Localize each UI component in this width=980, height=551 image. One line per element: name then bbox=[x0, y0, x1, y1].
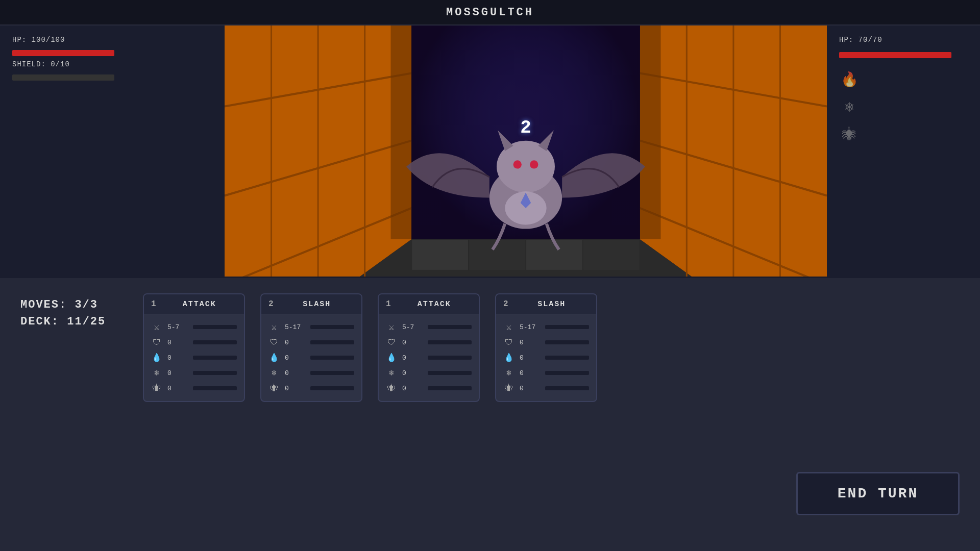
dungeon-viewport: 2 bbox=[225, 26, 827, 277]
battle-area: HP: 100/100 SHIELD: 0/10 bbox=[0, 26, 980, 277]
card-damage-row-1: ⚔ 5-17 bbox=[268, 321, 354, 333]
ice-icon: ❄ bbox=[839, 97, 860, 117]
card-number-0: 1 bbox=[151, 299, 156, 309]
card-ice-row-1: ❄ 0 bbox=[268, 367, 354, 379]
enemy-hp-bar bbox=[839, 52, 951, 58]
card-ice-bar-3 bbox=[545, 371, 589, 375]
card-shield-1: 0 bbox=[285, 339, 305, 346]
card-3[interactable]: 2 SLASH ⚔ 5-17 🛡 0 💧 0 bbox=[495, 293, 597, 402]
card-damage-bar-2 bbox=[428, 325, 472, 329]
card-header-3: 2 SLASH bbox=[496, 294, 596, 314]
card-fire-1: 0 bbox=[285, 354, 305, 362]
card-poison-bar-0 bbox=[193, 386, 237, 390]
svg-marker-20 bbox=[391, 26, 412, 239]
shield-icon-1: 🛡 bbox=[268, 337, 280, 348]
fire-icon-2: 💧 bbox=[386, 352, 397, 363]
card-ice-row-0: ❄ 0 bbox=[151, 367, 237, 379]
card-poison-1: 0 bbox=[285, 385, 305, 392]
sword-icon-3: ⚔ bbox=[503, 321, 514, 333]
svg-point-36 bbox=[513, 160, 522, 168]
card-shield-row-1: 🛡 0 bbox=[268, 337, 354, 348]
card-header-2: 1 ATTACK bbox=[379, 294, 479, 314]
spider-icon-0: 🕷 bbox=[151, 383, 162, 394]
card-shield-bar-3 bbox=[545, 340, 589, 344]
ice-icon-2: ❄ bbox=[386, 367, 397, 379]
card-title-1: SLASH bbox=[280, 300, 354, 309]
fire-icon: 🔥 bbox=[839, 69, 860, 90]
card-poison-3: 0 bbox=[520, 385, 540, 392]
end-turn-button[interactable]: END TURN bbox=[796, 472, 960, 515]
player-panel: HP: 100/100 SHIELD: 0/10 bbox=[0, 26, 225, 277]
card-ice-0: 0 bbox=[167, 369, 188, 377]
card-damage-1: 5-17 bbox=[285, 323, 305, 331]
spider-icon-2: 🕷 bbox=[386, 383, 397, 394]
card-shield-2: 0 bbox=[402, 339, 423, 346]
card-fire-bar-0 bbox=[193, 356, 237, 360]
card-fire-bar-3 bbox=[545, 356, 589, 360]
player-hp-label: HP: 100/100 bbox=[12, 36, 212, 44]
card-2[interactable]: 1 ATTACK ⚔ 5-7 🛡 0 💧 0 bbox=[378, 293, 480, 402]
card-shield-3: 0 bbox=[520, 339, 540, 346]
bottom-panel: MOVES: 3/3 DECK: 11/25 1 ATTACK ⚔ 5-7 🛡 … bbox=[0, 277, 980, 551]
card-ice-row-2: ❄ 0 bbox=[386, 367, 472, 379]
card-number-2: 1 bbox=[386, 299, 391, 309]
spider-icon-1: 🕷 bbox=[268, 383, 280, 394]
fire-icon-1: 💧 bbox=[268, 352, 280, 363]
player-shield-bar bbox=[12, 74, 114, 81]
spider-icon: 🕷 bbox=[839, 124, 860, 145]
card-1[interactable]: 2 SLASH ⚔ 5-17 🛡 0 💧 0 bbox=[260, 293, 362, 402]
cards-container: 1 ATTACK ⚔ 5-7 🛡 0 💧 0 bbox=[143, 293, 776, 402]
card-number-1: 2 bbox=[268, 299, 274, 309]
card-shield-bar-2 bbox=[428, 340, 472, 344]
card-damage-bar-0 bbox=[193, 325, 237, 329]
svg-marker-29 bbox=[640, 26, 661, 239]
card-fire-row-3: 💧 0 bbox=[503, 352, 589, 363]
enemy-hp-fill bbox=[839, 52, 951, 58]
ice-icon-3: ❄ bbox=[503, 367, 514, 379]
shield-icon-0: 🛡 bbox=[151, 337, 162, 348]
card-fire-row-2: 💧 0 bbox=[386, 352, 472, 363]
player-shield-label: SHIELD: 0/10 bbox=[12, 60, 212, 68]
fire-icon-0: 💧 bbox=[151, 352, 162, 363]
card-fire-bar-2 bbox=[428, 356, 472, 360]
card-shield-bar-1 bbox=[310, 340, 354, 344]
card-body-3: ⚔ 5-17 🛡 0 💧 0 ❄ 0 bbox=[496, 314, 596, 401]
card-ice-bar-0 bbox=[193, 371, 237, 375]
card-title-0: ATTACK bbox=[162, 300, 237, 309]
svg-point-37 bbox=[530, 160, 538, 168]
card-shield-row-3: 🛡 0 bbox=[503, 337, 589, 348]
card-shield-row-2: 🛡 0 bbox=[386, 337, 472, 348]
card-poison-row-1: 🕷 0 bbox=[268, 383, 354, 394]
enemy-panel: HP: 70/70 🔥 ❄ 🕷 bbox=[827, 26, 980, 277]
card-body-2: ⚔ 5-7 🛡 0 💧 0 ❄ 0 bbox=[379, 314, 479, 401]
card-ice-bar-2 bbox=[428, 371, 472, 375]
card-fire-3: 0 bbox=[520, 354, 540, 362]
card-poison-2: 0 bbox=[402, 385, 423, 392]
player-hp-fill bbox=[12, 50, 114, 56]
sword-icon-2: ⚔ bbox=[386, 321, 397, 333]
card-body-0: ⚔ 5-7 🛡 0 💧 0 ❄ 0 bbox=[144, 314, 244, 401]
fire-icon-3: 💧 bbox=[503, 352, 514, 363]
card-damage-bar-1 bbox=[310, 325, 354, 329]
card-damage-row-3: ⚔ 5-17 bbox=[503, 321, 589, 333]
card-poison-bar-1 bbox=[310, 386, 354, 390]
card-ice-row-3: ❄ 0 bbox=[503, 367, 589, 379]
card-damage-3: 5-17 bbox=[520, 323, 540, 331]
card-fire-row-0: 💧 0 bbox=[151, 352, 237, 363]
card-damage-2: 5-7 bbox=[402, 323, 423, 331]
sword-icon-0: ⚔ bbox=[151, 321, 162, 333]
card-0[interactable]: 1 ATTACK ⚔ 5-7 🛡 0 💧 0 bbox=[143, 293, 245, 402]
card-title-2: ATTACK bbox=[397, 300, 472, 309]
top-bar: MOSSGULTCH bbox=[0, 0, 980, 26]
card-fire-2: 0 bbox=[402, 354, 423, 362]
moves-label: MOVES: 3/3 bbox=[20, 298, 122, 311]
card-header-0: 1 ATTACK bbox=[144, 294, 244, 314]
card-header-1: 2 SLASH bbox=[261, 294, 361, 314]
card-body-1: ⚔ 5-17 🛡 0 💧 0 ❄ 0 bbox=[261, 314, 361, 401]
card-damage-row-0: ⚔ 5-7 bbox=[151, 321, 237, 333]
card-damage-row-2: ⚔ 5-7 bbox=[386, 321, 472, 333]
enemy-hp-label: HP: 70/70 bbox=[839, 36, 883, 44]
card-poison-row-0: 🕷 0 bbox=[151, 383, 237, 394]
card-shield-row-0: 🛡 0 bbox=[151, 337, 237, 348]
player-hp-bar bbox=[12, 50, 114, 56]
